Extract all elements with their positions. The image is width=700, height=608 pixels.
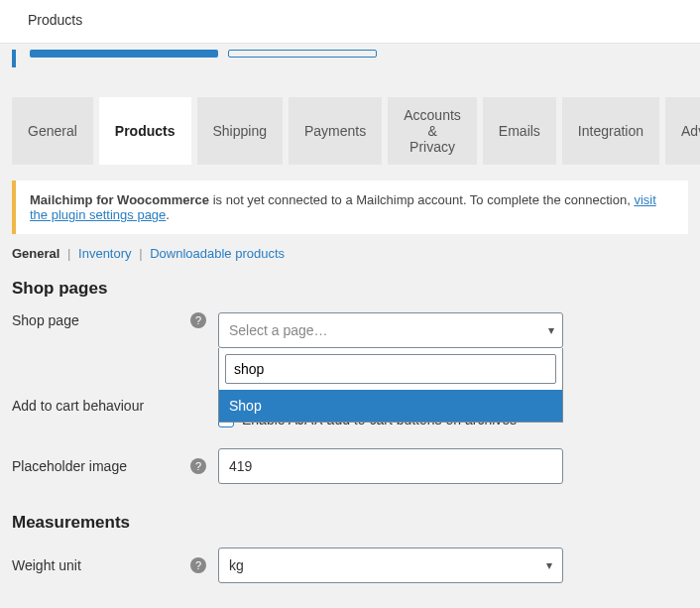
tab-advanced[interactable]: Advanced	[665, 97, 700, 165]
weight-unit-value: kg	[229, 557, 244, 573]
measurements-section: Measurements Weight unit ? kg ▾ Dimensio…	[12, 513, 688, 608]
top-bar: Products	[0, 0, 700, 44]
placeholder-image-label: Placeholder image	[12, 458, 190, 474]
notice-tail: .	[166, 207, 170, 222]
shop-page-dropdown: Shop	[218, 348, 563, 423]
tab-products[interactable]: Products	[99, 97, 191, 165]
subtab-inventory[interactable]: Inventory	[78, 246, 131, 261]
placeholder-image-input[interactable]	[218, 448, 563, 484]
weight-unit-row: Weight unit ? kg ▾	[12, 547, 688, 584]
shop-page-search-input[interactable]	[225, 354, 556, 384]
placeholder-image-field	[218, 448, 563, 484]
tab-shipping[interactable]: Shipping	[197, 97, 284, 165]
shop-page-label-text: Shop page	[12, 312, 190, 328]
chevron-down-icon: ▾	[546, 558, 552, 572]
notice-strong: Mailchimp for Woocommerce	[30, 192, 209, 207]
tab-accounts-privacy[interactable]: Accounts & Privacy	[388, 97, 477, 165]
settings-tabs: General Products Shipping Payments Accou…	[12, 97, 688, 165]
subtab-separator: |	[139, 246, 142, 261]
placeholder-image-label-text: Placeholder image	[12, 458, 190, 474]
mailchimp-notice: Mailchimp for Woocommerce is not yet con…	[12, 181, 688, 234]
weight-unit-label: Weight unit	[12, 557, 190, 573]
tab-integration[interactable]: Integration	[562, 97, 659, 165]
subtab-downloadable[interactable]: Downloadable products	[150, 246, 285, 261]
shop-page-field: Select a page… ▾ Shop I	[218, 312, 563, 348]
tab-emails[interactable]: Emails	[483, 97, 556, 165]
partial-notice-strip	[12, 50, 688, 67]
product-subtabs: General | Inventory | Downloadable produ…	[12, 246, 688, 261]
weight-unit-select[interactable]: kg ▾	[218, 547, 563, 583]
subtab-general[interactable]: General	[12, 246, 59, 261]
partial-primary-button[interactable]	[30, 50, 218, 58]
notice-text: is not yet connected to a Mailchimp acco…	[209, 192, 634, 207]
shop-page-row: Shop page ? Select a page… ▾ Shop I	[12, 312, 688, 350]
shop-pages-heading: Shop pages	[12, 279, 688, 299]
shop-page-label: Shop page	[12, 312, 190, 328]
tab-general[interactable]: General	[12, 97, 93, 165]
add-to-cart-label-text: Add to cart behaviour	[12, 398, 144, 414]
add-to-cart-label: Add to cart behaviour	[12, 358, 190, 414]
shop-pages-section: Shop pages Shop page ? Select a page… ▾ …	[12, 279, 688, 485]
placeholder-image-row: Placeholder image ?	[12, 447, 688, 485]
help-icon[interactable]: ?	[190, 312, 206, 328]
shop-page-select[interactable]: Select a page… ▾	[218, 312, 563, 348]
partial-outline-button[interactable]	[228, 50, 377, 58]
shop-page-placeholder: Select a page…	[229, 322, 328, 338]
subtab-separator: |	[67, 246, 70, 261]
measurements-heading: Measurements	[12, 513, 688, 533]
shop-page-option-shop[interactable]: Shop	[219, 390, 562, 422]
page-title: Products	[28, 12, 82, 28]
help-icon[interactable]: ?	[190, 458, 206, 474]
help-icon[interactable]: ?	[190, 557, 206, 573]
tab-payments[interactable]: Payments	[289, 97, 382, 165]
chevron-down-icon: ▾	[548, 323, 554, 337]
weight-unit-label-text: Weight unit	[12, 557, 190, 573]
weight-unit-field: kg ▾	[218, 547, 563, 583]
